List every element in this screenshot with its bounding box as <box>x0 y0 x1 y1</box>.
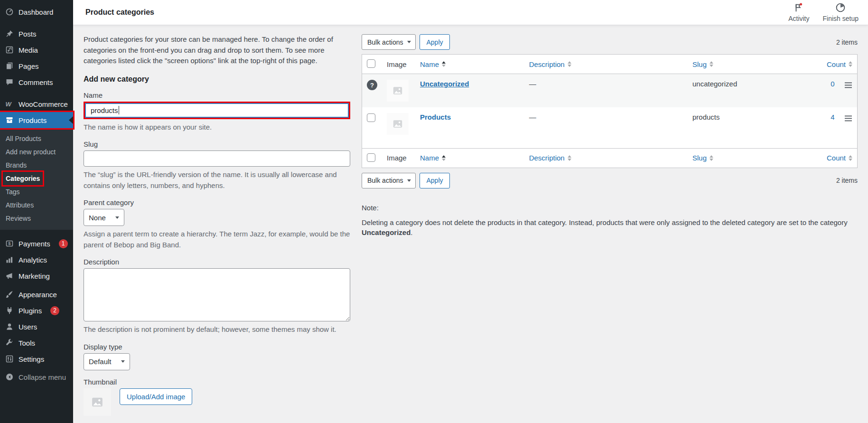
upload-add-image-button[interactable]: Upload/Add image <box>120 388 192 405</box>
submenu-item-categories[interactable]: Categories <box>0 172 73 185</box>
sidebar-item-marketing[interactable]: Marketing <box>0 268 73 284</box>
sidebar-item-plugins[interactable]: Plugins 2 <box>0 302 73 319</box>
slug-input[interactable] <box>84 150 350 167</box>
payments-badge: 1 <box>59 239 68 248</box>
sidebar-item-products[interactable]: Products <box>0 112 73 128</box>
submenu-item-label: Reviews <box>6 215 31 222</box>
name-input[interactable]: products <box>85 103 349 118</box>
submenu-item-attributes[interactable]: Attributes <box>0 198 73 212</box>
row-menu-toggle[interactable] <box>839 74 857 108</box>
items-count: 2 items <box>836 177 858 184</box>
sidebar-item-users[interactable]: Users <box>0 319 73 335</box>
submenu-item-add-new-product[interactable]: Add new product <box>0 145 73 159</box>
sort-arrows-icon <box>442 61 446 67</box>
apply-button[interactable]: Apply <box>420 173 449 188</box>
slug-help: The “slug” is the URL-friendly version o… <box>84 169 350 191</box>
name-input-value: products <box>91 106 118 114</box>
sidebar-item-label: Pages <box>19 62 39 70</box>
category-count-link[interactable]: 0 <box>831 80 834 88</box>
bar-chart-icon <box>5 255 14 264</box>
woocommerce-icon: W <box>5 100 14 108</box>
categories-table-panel: Bulk actions Apply 2 items Image Name De… <box>362 34 858 423</box>
svg-text:$: $ <box>8 241 11 246</box>
table-row: Products — products 4 <box>362 107 858 148</box>
submenu-item-label: Add new product <box>6 148 56 156</box>
products-box-icon <box>5 116 14 124</box>
collapse-arrow-icon <box>5 373 14 381</box>
sidebar-item-collapse-menu[interactable]: Collapse menu <box>0 369 73 385</box>
sidebar-item-tools[interactable]: Tools <box>0 335 73 351</box>
sidebar-item-dashboard[interactable]: Dashboard <box>0 4 73 20</box>
submenu-item-reviews[interactable]: Reviews <box>0 212 73 225</box>
category-name-link[interactable]: Uncategorized <box>420 80 469 88</box>
category-name-link[interactable]: Products <box>420 113 451 121</box>
sidebar-item-analytics[interactable]: Analytics <box>0 252 73 268</box>
column-header-description-sort[interactable]: Description <box>529 60 571 68</box>
add-category-form: Product categories for your store can be… <box>84 34 350 423</box>
finish-setup-button[interactable]: Finish setup <box>823 2 859 22</box>
parent-category-help: Assign a parent term to create a hierarc… <box>84 229 350 250</box>
intro-text: Product categories for your store can be… <box>84 34 350 66</box>
submenu-item-brands[interactable]: Brands <box>0 159 73 172</box>
sidebar-item-label: Users <box>19 323 37 331</box>
bulk-actions-select[interactable]: Bulk actions <box>362 173 416 188</box>
column-header-slug-sort[interactable]: Slug <box>692 60 713 68</box>
sidebar-item-label: Tools <box>19 339 35 347</box>
progress-pie-icon <box>835 2 846 14</box>
select-all-checkbox[interactable] <box>367 59 375 68</box>
apply-button[interactable]: Apply <box>420 34 449 50</box>
submenu-item-tags[interactable]: Tags <box>0 185 73 198</box>
help-question-icon[interactable]: ? <box>367 80 377 90</box>
note-block: Note: Deleting a category does not delet… <box>362 204 858 237</box>
column-header-count-sort[interactable]: Count <box>827 60 852 68</box>
column-header-description-sort[interactable]: Description <box>529 154 571 162</box>
name-field-annotation: products <box>84 102 350 119</box>
column-header-count-sort[interactable]: Count <box>827 154 852 162</box>
chevron-down-icon <box>407 41 411 43</box>
note-label: Note: <box>362 204 858 212</box>
table-header-row: Image Name Description Slug Count <box>362 55 858 74</box>
sidebar-item-pages[interactable]: Pages <box>0 58 73 74</box>
table-footer-header-row: Image Name Description Slug Count <box>362 148 858 168</box>
image-placeholder-icon <box>91 396 103 408</box>
sidebar-item-label: Marketing <box>19 272 50 280</box>
pages-icon <box>5 62 14 70</box>
name-help: The name is how it appears on your site. <box>84 122 350 133</box>
activity-button[interactable]: Activity <box>788 2 809 22</box>
submenu-item-all-products[interactable]: All Products <box>0 132 73 145</box>
sidebar-item-woocommerce[interactable]: W WooCommerce <box>0 96 73 112</box>
items-count: 2 items <box>836 38 858 46</box>
description-textarea[interactable] <box>84 268 350 321</box>
column-header-label: Name <box>420 60 439 68</box>
parent-category-value: None <box>89 214 106 222</box>
display-type-select[interactable]: Default <box>84 353 130 370</box>
sidebar-item-comments[interactable]: Comments <box>0 74 73 90</box>
column-header-name-sort[interactable]: Name <box>420 154 446 162</box>
column-header-image: Image <box>382 148 415 168</box>
sidebar-item-payments[interactable]: $ Payments 1 <box>0 235 73 252</box>
bulk-actions-select[interactable]: Bulk actions <box>362 34 416 50</box>
note-text-suffix: . <box>411 228 412 236</box>
parent-category-label: Parent category <box>84 198 350 207</box>
sidebar-item-label: Collapse menu <box>19 373 66 381</box>
row-menu-toggle[interactable] <box>839 107 857 148</box>
parent-category-select[interactable]: None <box>84 209 124 226</box>
sidebar-item-settings[interactable]: Settings <box>0 351 73 367</box>
row-select-checkbox[interactable] <box>367 113 375 122</box>
sidebar-item-posts[interactable]: Posts <box>0 26 73 42</box>
sidebar-item-media[interactable]: Media <box>0 42 73 58</box>
svg-text:W: W <box>5 101 12 108</box>
category-count-link[interactable]: 4 <box>831 113 834 121</box>
column-header-name-sort[interactable]: Name <box>420 60 446 68</box>
activity-flag-icon <box>793 2 804 14</box>
page-title: Product categories <box>85 8 154 17</box>
sort-arrows-icon <box>568 61 571 67</box>
image-placeholder-icon <box>392 85 403 96</box>
sidebar-item-appearance[interactable]: Appearance <box>0 286 73 302</box>
sort-arrows-icon <box>849 155 852 161</box>
megaphone-icon <box>5 272 14 280</box>
select-all-checkbox[interactable] <box>367 153 375 162</box>
column-header-slug-sort[interactable]: Slug <box>692 154 713 162</box>
submenu-item-label: Attributes <box>6 201 34 209</box>
user-icon <box>5 322 14 331</box>
